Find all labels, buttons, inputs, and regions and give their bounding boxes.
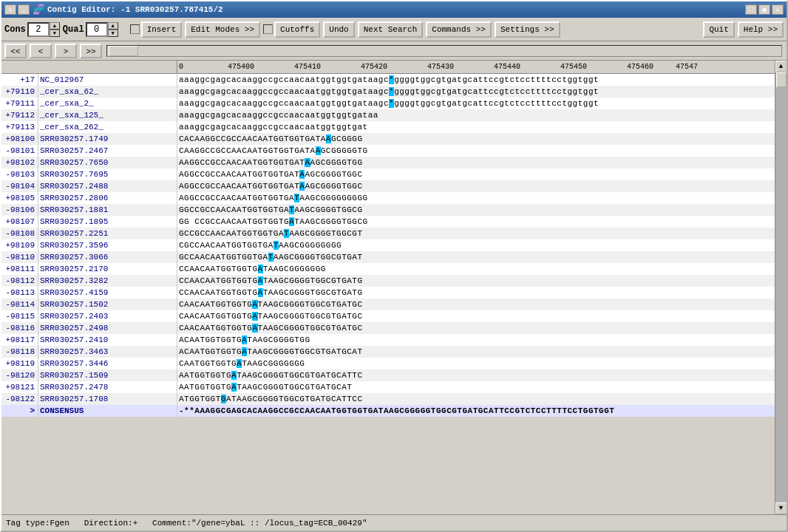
vertical-scrollbar[interactable]: ▲ ▼ xyxy=(775,61,787,514)
table-row[interactable]: +98119SRR030257.3446 CAATGGTGGTGATAAGCGG… xyxy=(1,358,775,369)
table-row[interactable]: -98112SRR030257.3282 CCAACAATGGTGGTGATAA… xyxy=(1,275,775,287)
table-row[interactable]: -98115SRR030257.2403 CAACAATGGTGGTGATAAG… xyxy=(1,310,775,322)
window-title: Contig Editor: -1 SRR030257.787415/2 xyxy=(47,5,223,14)
table-row[interactable]: -98104SRR030257.2488 AGGCCGCCAACAATGGTGG… xyxy=(1,180,775,192)
table-row[interactable]: +98121SRR030257.2478 AATGGTGGTGATAAGCGGG… xyxy=(1,381,775,393)
first-button[interactable]: << xyxy=(4,44,27,58)
row-sequence: ACAATGGTGGTGATAAGCGGGGTGGCGTGATGCAT xyxy=(177,346,775,358)
scroll-up-arrow[interactable]: ▲ xyxy=(775,61,787,72)
status-separator-2 xyxy=(137,519,152,528)
edit-modes-button[interactable]: Edit Modes >> xyxy=(185,21,260,38)
cutoffs-group: Cutoffs xyxy=(263,21,320,38)
window: ✕ _ 🧬 Contig Editor: -1 SRR030257.787415… xyxy=(0,0,788,532)
next-button[interactable]: > xyxy=(55,44,77,58)
row-sequence: AATGGTGGTGATAAGCGGGGTGGCGTGATGCAT xyxy=(177,381,775,393)
row-name: SRR030257.2403 xyxy=(38,310,177,322)
ruler-text: 0 475400 475410 475420 475430 475440 475… xyxy=(179,63,698,71)
table-row[interactable]: +98102SRR030257.7650 AAGGCCGCCAACAATGGTG… xyxy=(1,157,775,168)
table-row[interactable]: -98122SRR030257.1708 ATGGTGGTGATAAGCGGGG… xyxy=(1,393,775,405)
row-number: +98109 xyxy=(1,239,38,251)
scroll-down-arrow[interactable]: ▼ xyxy=(775,502,787,514)
row-number: -98122 xyxy=(1,393,38,405)
row-sequence: CAAGGCCGCCAACAATGGTGGTGATAAGCGGGGGTG xyxy=(177,145,775,157)
settings-button[interactable]: Settings >> xyxy=(495,21,560,38)
row-name: SRR030257.2410 xyxy=(38,334,177,346)
insert-button[interactable]: Insert xyxy=(141,21,183,38)
table-row[interactable]: >CONSENSUS-**AAAGGCGAGCACAAGGCCGCCAACAAT… xyxy=(1,405,775,417)
cons-up[interactable]: ▲ xyxy=(50,22,60,30)
last-button[interactable]: >> xyxy=(80,44,102,58)
row-number: +79111 xyxy=(1,98,38,109)
row-sequence: CAACAATGGTGGTGATAAGCGGGGTGGCGTGATGC xyxy=(177,310,775,322)
row-name: SRR030257.2478 xyxy=(38,381,177,393)
row-number: +98119 xyxy=(1,358,38,369)
row-sequence: CCAACAATGGTGGTGATAAGCGGGGGGG xyxy=(177,263,775,275)
help-button[interactable]: Help >> xyxy=(738,21,784,38)
table-row[interactable]: +79111_cer_sxa_2_aaaggcgagcacaaggccgccaa… xyxy=(1,98,775,109)
table-row[interactable]: -98116SRR030257.2498 CAACAATGGTGGTGATAAG… xyxy=(1,322,775,334)
status-bar: Tag type:Fgen Direction:+ Comment:"/gene… xyxy=(1,514,787,531)
table-row[interactable]: -98101SRR030257.2467 CAAGGCCGCCAACAATGGT… xyxy=(1,145,775,157)
scroll-track[interactable] xyxy=(775,72,787,502)
table-row[interactable]: -98103SRR030257.7695 AGGCCGCCAACAATGGTGG… xyxy=(1,168,775,180)
window-close-btn[interactable]: ✕ xyxy=(772,4,784,15)
row-sequence: CAACAATGGTGGTGATAAGCGGGGTGGCGTGATGC xyxy=(177,299,775,310)
table-row[interactable]: +17NC_012967aaaggcgagcacaaggccgccaacaatg… xyxy=(1,74,775,86)
qual-down[interactable]: ▼ xyxy=(108,30,118,37)
table-row[interactable]: +79110_cer_sxa_62_aaaggcgagcacaaggccgcca… xyxy=(1,86,775,98)
sequence-container[interactable]: +17NC_012967aaaggcgagcacaaggccgccaacaatg… xyxy=(1,74,775,514)
row-name: SRR030257.1502 xyxy=(38,299,177,310)
table-row[interactable]: +98105SRR030257.2806 AGGCCGCCAACAATGGTGG… xyxy=(1,192,775,204)
table-row[interactable]: -98120SRR030257.1509 AATGGTGGTGATAAGCGGG… xyxy=(1,369,775,381)
qual-input[interactable] xyxy=(86,22,108,37)
close-btn[interactable]: ✕ xyxy=(4,4,16,15)
row-name: _cer_sxa_262_ xyxy=(38,121,177,133)
row-number: +98102 xyxy=(1,157,38,168)
cons-spinbox[interactable]: ▲ ▼ xyxy=(27,22,60,37)
cutoffs-checkbox[interactable] xyxy=(263,24,273,34)
row-sequence: AAGGCCGCCAACAATGGTGGTGATAAGCGGGGTGG xyxy=(177,157,775,168)
table-row[interactable]: -98108SRR030257.2251 GCCGCCAACAATGGTGGTG… xyxy=(1,228,775,239)
table-row[interactable]: +98109SRR030257.3596 CGCCAACAATGGTGGTGAT… xyxy=(1,239,775,251)
quit-button[interactable]: Quit xyxy=(703,21,734,38)
row-sequence: AGGCCGCCAACAATGGTGGTGATAAGCGGGGTGGC xyxy=(177,168,775,180)
row-sequence: GCCGCCAACAATGGTGGTGATAAGCGGGGTGGCGT xyxy=(177,228,775,239)
table-row[interactable]: +98100SRR030257.1749 CACAAGGCCGCCAACAATG… xyxy=(1,133,775,145)
row-number: > xyxy=(1,405,38,417)
min-btn[interactable]: _ xyxy=(18,4,30,15)
next-search-button[interactable]: Next Search xyxy=(358,21,424,38)
cons-input[interactable] xyxy=(27,22,50,37)
row-name: SRR030257.1895 xyxy=(38,216,177,228)
row-number: -98115 xyxy=(1,310,38,322)
scroll-thumb[interactable] xyxy=(776,72,787,87)
restore-btn[interactable]: □ xyxy=(745,4,757,15)
horizontal-scrollbar[interactable] xyxy=(106,45,782,57)
ruler-content: 0 475400 475410 475420 475430 475440 475… xyxy=(177,61,775,73)
insert-checkbox[interactable] xyxy=(130,24,140,34)
row-number: -98101 xyxy=(1,145,38,157)
table-row[interactable]: -98110SRR030257.3066 GCCAACAATGGTGGTGATA… xyxy=(1,251,775,263)
table-row[interactable]: -98118SRR030257.3463 ACAATGGTGGTGATAAGCG… xyxy=(1,346,775,358)
table-row[interactable]: +79113_cer_sxa_262_aaaggcgagcacaaggccgcc… xyxy=(1,121,775,133)
table-row[interactable]: +98111SRR030257.2170 CCAACAATGGTGGTGATAA… xyxy=(1,263,775,275)
title-bar: ✕ _ 🧬 Contig Editor: -1 SRR030257.787415… xyxy=(1,1,787,18)
table-row[interactable]: +98107SRR030257.1895 GG CCGCCAACAATGGTGG… xyxy=(1,216,775,228)
maximize-btn[interactable]: ▣ xyxy=(758,4,770,15)
table-row[interactable]: -98114SRR030257.1502 CAACAATGGTGGTGATAAG… xyxy=(1,299,775,310)
commands-button[interactable]: Commands >> xyxy=(426,21,492,38)
table-row[interactable]: +79112_cer_sxa_125_aaaggcgagcacaaggccgcc… xyxy=(1,109,775,121)
table-row[interactable]: -98106SRR030257.1881 GGCCGCCAACAATGGTGGT… xyxy=(1,204,775,216)
undo-button[interactable]: Undo xyxy=(323,21,354,38)
sequence-main: 0 475400 475410 475420 475430 475440 475… xyxy=(1,61,775,514)
qual-spinbox[interactable]: ▲ ▼ xyxy=(86,22,118,37)
cons-down[interactable]: ▼ xyxy=(50,30,60,37)
prev-button[interactable]: < xyxy=(30,44,52,58)
table-row[interactable]: -98113SRR030257.4159 CCAACAATGGTGGTGATAA… xyxy=(1,287,775,299)
row-name: CONSENSUS xyxy=(38,405,177,417)
table-row[interactable]: +98117SRR030257.2410 ACAATGGTGGTGATAAGCG… xyxy=(1,334,775,346)
row-number: +98111 xyxy=(1,263,38,275)
qual-up[interactable]: ▲ xyxy=(108,22,118,30)
row-sequence: GG CCGCCAACAATGGTGGTGATAAGCGGGGTGGCG xyxy=(177,216,775,228)
cutoffs-button[interactable]: Cutoffs xyxy=(274,21,320,38)
row-sequence: aaaggcgagcacaaggccgccaacaatggtggtgat xyxy=(177,121,775,133)
